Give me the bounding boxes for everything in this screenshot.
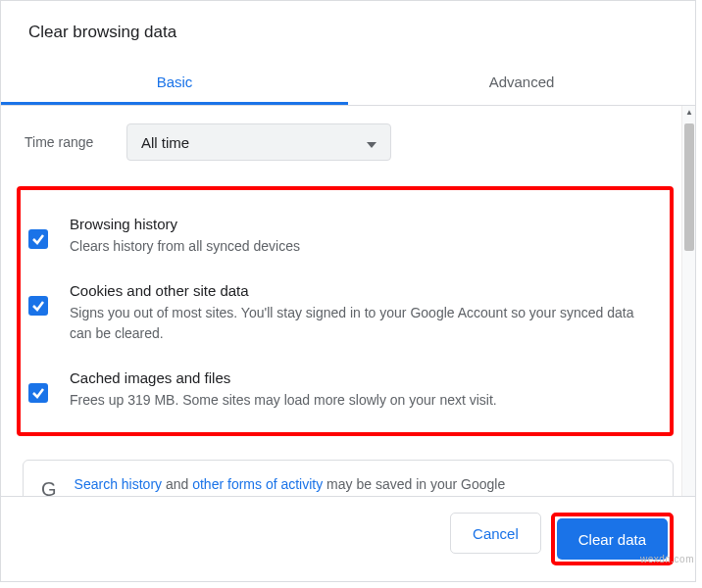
time-range-label: Time range: [25, 134, 107, 150]
option-desc: Signs you out of most sites. You'll stay…: [70, 303, 656, 344]
content-wrap: Time range All time Browsing history Cle…: [1, 106, 695, 514]
info-text: Search history and other forms of activi…: [75, 474, 506, 495]
option-cache: Cached images and files Frees up 319 MB.…: [25, 360, 656, 418]
dialog-content: Time range All time Browsing history Cle…: [1, 106, 695, 514]
cancel-button[interactable]: Cancel: [450, 513, 541, 554]
option-text: Cached images and files Frees up 319 MB.…: [70, 369, 497, 411]
dialog-footer: Cancel Clear data: [1, 496, 695, 581]
option-cookies: Cookies and other site data Signs you ou…: [25, 272, 656, 360]
search-history-link[interactable]: Search history: [75, 476, 162, 492]
checkbox-cookies[interactable]: [28, 296, 48, 316]
time-range-value: All time: [141, 134, 189, 151]
dialog-title: Clear browsing data: [1, 1, 695, 60]
tab-bar: Basic Advanced: [1, 60, 695, 106]
chevron-down-icon: [367, 134, 376, 151]
time-range-select[interactable]: All time: [126, 123, 391, 161]
scrollbar[interactable]: ▲ ▼: [681, 106, 695, 514]
scroll-thumb[interactable]: [684, 123, 694, 251]
tab-advanced[interactable]: Advanced: [348, 60, 695, 105]
info-text-1: and: [162, 476, 192, 492]
option-title: Cookies and other site data: [70, 282, 656, 299]
option-text: Cookies and other site data Signs you ou…: [70, 282, 656, 344]
info-text-2: may be saved in your Google: [323, 476, 505, 492]
option-browsing-history: Browsing history Clears history from all…: [25, 206, 656, 272]
option-desc: Clears history from all synced devices: [70, 236, 300, 257]
checkbox-cache[interactable]: [28, 383, 48, 403]
tab-basic[interactable]: Basic: [1, 60, 348, 105]
other-activity-link[interactable]: other forms of activity: [192, 476, 323, 492]
option-title: Browsing history: [70, 216, 300, 232]
options-highlight-box: Browsing history Clears history from all…: [17, 186, 674, 436]
clear-browsing-data-dialog: Clear browsing data Basic Advanced Time …: [0, 0, 696, 582]
scroll-up-icon[interactable]: ▲: [682, 106, 696, 120]
option-title: Cached images and files: [70, 369, 497, 386]
watermark: wexdn.com: [640, 554, 694, 564]
checkbox-browsing-history[interactable]: [28, 229, 48, 249]
option-desc: Frees up 319 MB. Some sites may load mor…: [70, 390, 497, 411]
time-range-row: Time range All time: [25, 123, 674, 161]
option-text: Browsing history Clears history from all…: [70, 216, 300, 257]
